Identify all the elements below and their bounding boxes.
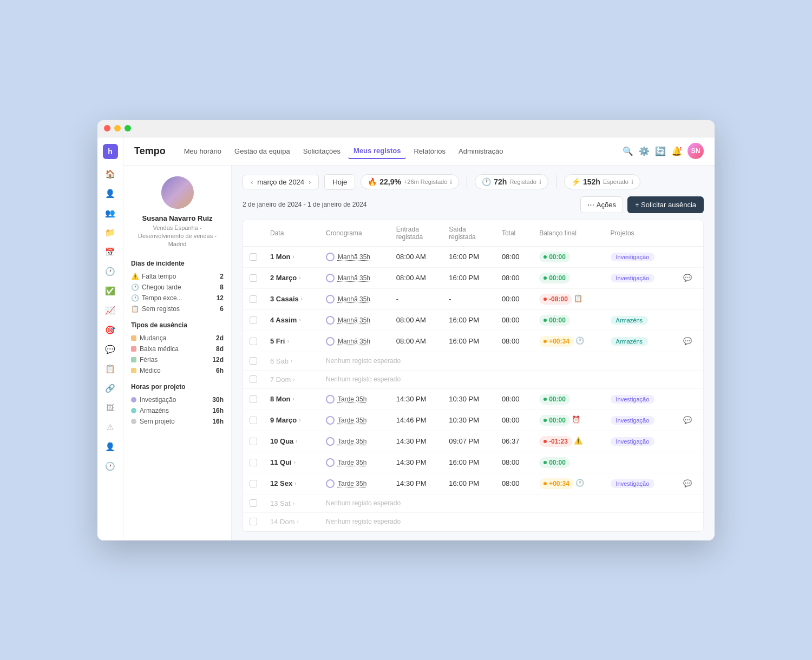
profile-role: Vendas Espanha - Desenvolvimento de vend… xyxy=(131,224,224,249)
row-schedule-cell[interactable]: Tarde 35h xyxy=(319,473,390,494)
comment-icon[interactable]: 💬 xyxy=(683,337,692,345)
user-avatar[interactable]: SN xyxy=(687,143,704,159)
sidebar-item-alert[interactable]: ⚠ xyxy=(102,419,119,436)
row-day-cell[interactable]: 10 Qua › xyxy=(264,431,319,452)
sidebar-item-link[interactable]: 🔗 xyxy=(102,380,119,397)
info-icon-1[interactable]: ℹ xyxy=(450,179,452,186)
row-day-cell[interactable]: 5 Fri › xyxy=(264,331,319,352)
row-checkbox[interactable] xyxy=(250,518,257,525)
refresh-icon[interactable]: 🔄 xyxy=(655,146,666,156)
nav-meus-registos[interactable]: Meus registos xyxy=(348,143,406,159)
settings-icon[interactable]: ⚙️ xyxy=(639,146,650,156)
tempo-icon: 🕐 xyxy=(131,294,139,302)
divider-1 xyxy=(467,175,467,188)
row-schedule-cell[interactable]: Tarde 35h xyxy=(319,388,390,410)
profile-avatar[interactable] xyxy=(161,176,194,209)
nav-meu-horario[interactable]: Meu horário xyxy=(179,144,227,159)
row-checkbox[interactable] xyxy=(250,395,257,403)
row-day-cell[interactable]: 8 Mon › xyxy=(264,388,319,410)
missing-icon[interactable]: 📋 xyxy=(574,294,582,302)
next-month-button[interactable]: › xyxy=(306,178,313,186)
row-balance-cell: +00:34 🕐 xyxy=(533,473,604,494)
row-entrada-cell: - xyxy=(390,288,443,309)
project-tag: Investigação xyxy=(611,253,655,261)
row-checkbox[interactable] xyxy=(250,480,257,487)
maximize-dot[interactable] xyxy=(125,125,131,131)
sidebar-item-user[interactable]: 👤 xyxy=(102,185,119,202)
sidebar-item-folder[interactable]: 📁 xyxy=(102,224,119,241)
project-tag: Investigação xyxy=(611,437,655,446)
sidebar-item-target[interactable]: 🎯 xyxy=(102,321,119,339)
sidebar-item-list[interactable]: 📋 xyxy=(102,360,119,378)
solicitar-button[interactable]: + Solicitar ausência xyxy=(627,196,704,213)
comment-icon[interactable]: 💬 xyxy=(683,416,692,424)
clock-icon[interactable]: 🕐 xyxy=(575,479,584,487)
warn-icon[interactable]: ⚠️ xyxy=(574,437,582,445)
close-dot[interactable] xyxy=(104,125,110,131)
row-schedule-cell[interactable]: Manhã 35h xyxy=(319,288,390,309)
row-schedule-cell[interactable]: Manhã 35h xyxy=(319,246,390,267)
falta-count: 2 xyxy=(220,273,224,280)
balance-dot-icon xyxy=(543,440,547,443)
clock-icon[interactable]: 🕐 xyxy=(575,336,584,345)
row-schedule-cell[interactable]: Manhã 35h xyxy=(319,309,390,331)
sidebar-item-team[interactable]: 👥 xyxy=(102,204,119,222)
row-day-cell[interactable]: 12 Sex › xyxy=(264,473,319,494)
row-schedule-cell[interactable]: Tarde 35h xyxy=(319,452,390,473)
today-button[interactable]: Hoje xyxy=(324,174,355,190)
info-icon-2[interactable]: ℹ xyxy=(539,179,541,186)
row-entrada-cell: 14:30 PM xyxy=(390,452,443,473)
search-icon[interactable]: 🔍 xyxy=(623,146,633,156)
bell-icon[interactable]: 🔔1 xyxy=(671,146,682,156)
row-day-cell[interactable]: 2 Março › xyxy=(264,267,319,288)
sidebar-item-clock[interactable]: 🕐 xyxy=(102,263,119,280)
stat3-val: 152h xyxy=(583,177,600,186)
row-checkbox[interactable] xyxy=(250,438,257,445)
row-schedule-cell[interactable]: Tarde 35h xyxy=(319,431,390,452)
row-checkbox[interactable] xyxy=(250,499,257,507)
actions-button[interactable]: ⋯ Ações xyxy=(580,196,623,213)
sidebar-item-time[interactable]: 🕐 xyxy=(102,458,119,475)
row-day-cell[interactable]: 3 Casais › xyxy=(264,288,319,309)
sidebar-item-calendar[interactable]: 📅 xyxy=(102,243,119,261)
comment-icon[interactable]: 💬 xyxy=(683,479,692,487)
nav-administracao[interactable]: Administração xyxy=(453,144,508,159)
row-day-cell[interactable]: 7 Dom › xyxy=(264,370,319,388)
nav-solicitacoes[interactable]: Solicitações xyxy=(298,144,346,159)
info-icon-3[interactable]: ℹ xyxy=(631,179,633,186)
row-schedule-cell[interactable]: Manhã 35h xyxy=(319,331,390,352)
sidebar-item-message[interactable]: 💬 xyxy=(102,341,119,358)
sidebar-item-image[interactable]: 🖼 xyxy=(102,399,119,417)
row-day-cell[interactable]: 11 Qui › xyxy=(264,452,319,473)
row-day-cell[interactable]: 1 Mon › xyxy=(264,246,319,267)
day-chevron: › xyxy=(294,480,296,486)
row-day-cell[interactable]: 6 Sab › xyxy=(264,352,319,370)
row-day-cell[interactable]: 14 Dom › xyxy=(264,512,319,531)
sidebar-item-chart[interactable]: 📈 xyxy=(102,302,119,319)
row-schedule-cell[interactable]: Manhã 35h xyxy=(319,267,390,288)
row-day-cell[interactable]: 9 Março › xyxy=(264,410,319,431)
alarm-icon[interactable]: ⏰ xyxy=(572,415,580,424)
sidebar-item-check[interactable]: ✅ xyxy=(102,282,119,300)
row-checkbox[interactable] xyxy=(250,316,257,324)
prev-month-button[interactable]: ‹ xyxy=(248,178,255,186)
row-checkbox[interactable] xyxy=(250,253,257,261)
row-checkbox[interactable] xyxy=(250,375,257,383)
row-day-cell[interactable]: 13 Sat › xyxy=(264,494,319,512)
sidebar-item-profile[interactable]: 👤 xyxy=(102,438,119,456)
row-checkbox[interactable] xyxy=(250,357,257,365)
app-logo[interactable]: h xyxy=(103,144,118,159)
row-checkbox[interactable] xyxy=(250,338,257,345)
row-checkbox[interactable] xyxy=(250,274,257,282)
col-actions xyxy=(677,220,703,247)
minimize-dot[interactable] xyxy=(114,125,121,131)
row-checkbox[interactable] xyxy=(250,417,257,424)
row-checkbox[interactable] xyxy=(250,295,257,303)
row-schedule-cell[interactable]: Tarde 35h xyxy=(319,410,390,431)
nav-gestao[interactable]: Gestão da equipa xyxy=(229,144,296,159)
row-day-cell[interactable]: 4 Assim › xyxy=(264,309,319,331)
sidebar-item-home[interactable]: 🏠 xyxy=(102,166,119,183)
comment-icon[interactable]: 💬 xyxy=(683,274,692,282)
row-checkbox[interactable] xyxy=(250,459,257,466)
nav-relatorios[interactable]: Relatórios xyxy=(408,144,451,159)
